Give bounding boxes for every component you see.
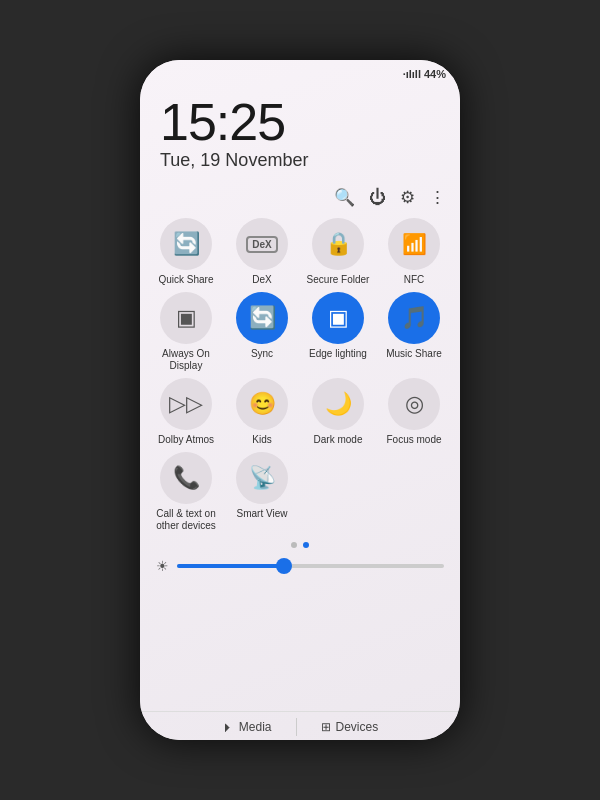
- screen: ·ılıll 44% 15:25 Tue, 19 November 🔍 ⏻ ⚙ …: [140, 60, 460, 740]
- devices-tab[interactable]: ⊞ Devices: [321, 720, 379, 734]
- dark-mode-icon-wrap: 🌙: [312, 378, 364, 430]
- dolby-label: Dolby Atmos: [158, 434, 214, 446]
- battery-level: 44%: [424, 68, 446, 80]
- clock-section: 15:25 Tue, 19 November: [140, 84, 460, 179]
- quick-share-icon: 🔄: [173, 231, 200, 257]
- dex-label: DeX: [252, 274, 271, 286]
- music-share-label: Music Share: [386, 348, 442, 360]
- tile-dex[interactable]: DeX DeX: [226, 218, 298, 286]
- status-bar-right: ·ılıll 44%: [403, 68, 446, 80]
- secure-folder-icon: 🔒: [325, 231, 352, 257]
- quick-share-label: Quick Share: [158, 274, 213, 286]
- clock-date: Tue, 19 November: [160, 150, 440, 171]
- brightness-thumb[interactable]: [276, 558, 292, 574]
- secure-folder-icon-wrap: 🔒: [312, 218, 364, 270]
- clock-time: 15:25: [160, 96, 440, 148]
- brightness-slider[interactable]: [177, 564, 444, 568]
- bottom-bar: ⏵ Media ⊞ Devices: [140, 711, 460, 740]
- edge-lighting-icon-wrap: ▣: [312, 292, 364, 344]
- music-share-icon-wrap: 🎵: [388, 292, 440, 344]
- dex-icon: DeX: [246, 236, 277, 253]
- aod-label: Always On Display: [154, 348, 218, 372]
- media-tab[interactable]: ⏵ Media: [222, 720, 272, 734]
- music-share-icon: 🎵: [401, 305, 428, 331]
- page-dots: [140, 538, 460, 552]
- nfc-label: NFC: [404, 274, 425, 286]
- tile-nfc[interactable]: 📶 NFC: [378, 218, 450, 286]
- tile-smart-view[interactable]: 📡 Smart View: [226, 452, 298, 532]
- more-icon[interactable]: ⋮: [429, 187, 446, 208]
- kids-label: Kids: [252, 434, 271, 446]
- tile-quick-share[interactable]: 🔄 Quick Share: [150, 218, 222, 286]
- signal-icon: ·ılıll: [403, 68, 421, 80]
- power-icon[interactable]: ⏻: [369, 188, 386, 208]
- devices-label: Devices: [336, 720, 379, 734]
- tile-dolby-atmos[interactable]: ▷▷ Dolby Atmos: [150, 378, 222, 446]
- kids-icon: 😊: [249, 391, 276, 417]
- media-label: Media: [239, 720, 272, 734]
- focus-mode-icon-wrap: ◎: [388, 378, 440, 430]
- tile-edge-lighting[interactable]: ▣ Edge lighting: [302, 292, 374, 372]
- quick-share-icon-wrap: 🔄: [160, 218, 212, 270]
- tile-dark-mode[interactable]: 🌙 Dark mode: [302, 378, 374, 446]
- focus-mode-icon: ◎: [405, 391, 424, 417]
- aod-icon-wrap: ▣: [160, 292, 212, 344]
- dolby-icon-wrap: ▷▷: [160, 378, 212, 430]
- sync-icon-wrap: 🔄: [236, 292, 288, 344]
- tile-secure-folder[interactable]: 🔒 Secure Folder: [302, 218, 374, 286]
- dex-icon-wrap: DeX: [236, 218, 288, 270]
- settings-icon[interactable]: ⚙: [400, 187, 415, 208]
- brightness-fill: [177, 564, 284, 568]
- tile-always-on-display[interactable]: ▣ Always On Display: [150, 292, 222, 372]
- edge-lighting-label: Edge lighting: [309, 348, 367, 360]
- sync-icon: 🔄: [249, 305, 276, 331]
- smart-view-label: Smart View: [237, 508, 288, 520]
- qs-header: 🔍 ⏻ ⚙ ⋮: [140, 179, 460, 212]
- smart-view-icon-wrap: 📡: [236, 452, 288, 504]
- nfc-icon-wrap: 📶: [388, 218, 440, 270]
- dot-2: [303, 542, 309, 548]
- devices-icon: ⊞: [321, 720, 331, 734]
- brightness-section: ☀: [140, 552, 460, 578]
- brightness-icon: ☀: [156, 558, 169, 574]
- tile-kids[interactable]: 😊 Kids: [226, 378, 298, 446]
- aod-icon: ▣: [176, 305, 197, 331]
- qs-grid: 🔄 Quick Share DeX DeX 🔒 Secure Folder 📶: [140, 212, 460, 538]
- status-bar: ·ılıll 44%: [140, 60, 460, 84]
- tab-divider: [296, 718, 297, 736]
- call-text-icon: 📞: [173, 465, 200, 491]
- tile-music-share[interactable]: 🎵 Music Share: [378, 292, 450, 372]
- kids-icon-wrap: 😊: [236, 378, 288, 430]
- search-icon[interactable]: 🔍: [334, 187, 355, 208]
- nfc-icon: 📶: [402, 232, 427, 256]
- call-text-label: Call & text on other devices: [154, 508, 218, 532]
- sync-label: Sync: [251, 348, 273, 360]
- tile-call-text[interactable]: 📞 Call & text on other devices: [150, 452, 222, 532]
- dark-mode-icon: 🌙: [325, 391, 352, 417]
- dot-1: [291, 542, 297, 548]
- focus-mode-label: Focus mode: [386, 434, 441, 446]
- call-text-icon-wrap: 📞: [160, 452, 212, 504]
- dolby-icon: ▷▷: [169, 391, 203, 417]
- dark-mode-label: Dark mode: [314, 434, 363, 446]
- phone-container: ·ılıll 44% 15:25 Tue, 19 November 🔍 ⏻ ⚙ …: [140, 60, 460, 740]
- edge-lighting-icon: ▣: [328, 305, 349, 331]
- tile-sync[interactable]: 🔄 Sync: [226, 292, 298, 372]
- secure-folder-label: Secure Folder: [307, 274, 370, 286]
- tile-focus-mode[interactable]: ◎ Focus mode: [378, 378, 450, 446]
- media-icon: ⏵: [222, 720, 234, 734]
- smart-view-icon: 📡: [249, 465, 276, 491]
